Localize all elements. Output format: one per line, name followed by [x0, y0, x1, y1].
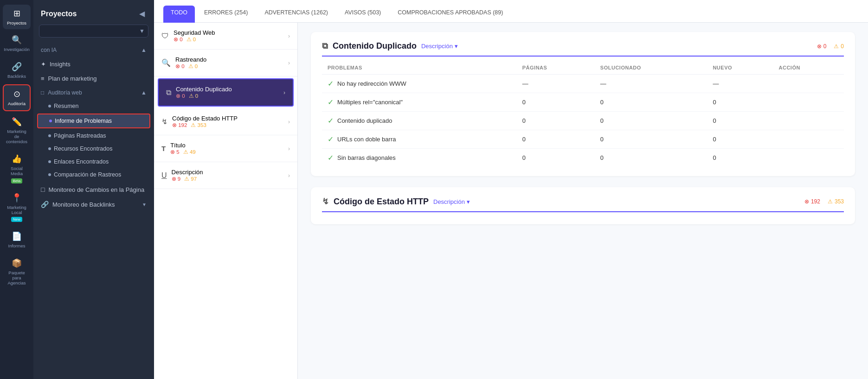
- beta-badge: Beta: [11, 178, 22, 183]
- sidebar-subitem-comparacion-rastreos[interactable]: Comparación de Rastreos: [33, 168, 154, 181]
- sidebar-item-monitoreo-cambios[interactable]: □ Monitoreo de Cambios en la Página: [33, 181, 154, 197]
- contenido-err-count: 0: [823, 43, 827, 50]
- contenido-duplicado-icon: ⧉: [166, 88, 171, 97]
- pages-value: 0: [517, 93, 595, 112]
- contenido-duplicado-table: PROBLEMAS PÁGINAS SOLUCIONADO NUEVO ACCI…: [322, 61, 844, 167]
- descripcion-errors: ⊗ 9: [172, 176, 181, 182]
- monitoreo-cambios-icon: □: [41, 186, 45, 193]
- auditoria-web-label: Auditoría web: [48, 89, 82, 96]
- detail-section-codigo-estado: ↯ Código de Estado HTTP Descripción ▾ ⊗ …: [311, 187, 855, 224]
- resumen-label: Resumen: [54, 103, 79, 109]
- auditoria-web-title: □ Auditoría web: [41, 89, 82, 96]
- marketing-local-icon: 📍: [12, 193, 22, 203]
- action-cell: [773, 130, 844, 149]
- new-value: —: [707, 75, 773, 93]
- contenido-warn-badge: ⚠ 0: [834, 43, 844, 50]
- warn-triangle-icon: ⚠: [834, 43, 839, 50]
- descripcion-title: Descripción: [172, 169, 203, 176]
- auditoria-web-collapse-icon: ▲: [141, 89, 147, 96]
- sidebar-item-plan-marketing[interactable]: ≡ Plan de marketing: [33, 71, 154, 86]
- solved-value: 0: [595, 130, 707, 149]
- descripcion-chevron: ›: [288, 172, 290, 179]
- problem-cell: ✓ Múltiples rel="canonical": [322, 93, 517, 112]
- nav-item-social-media[interactable]: 👍 Social Media Beta: [3, 150, 31, 187]
- pages-value: 0: [517, 112, 595, 130]
- sidebar-collapse-button[interactable]: ◀: [137, 7, 147, 20]
- issue-item-rastreando[interactable]: 🔍 Rastreando ⊗ 0 ⚠ 0 ›: [154, 50, 297, 76]
- tab-advertencias[interactable]: ADVERTENCIAS (1262): [257, 6, 335, 23]
- action-cell: [773, 149, 844, 167]
- action-cell: [773, 75, 844, 93]
- err-circle-icon: ⊗: [817, 43, 822, 50]
- rastreando-chevron: ›: [288, 60, 290, 66]
- problem-label: Contenido duplicado: [337, 117, 392, 124]
- tab-avisos[interactable]: AVISOS (503): [337, 6, 388, 23]
- table-row: ✓ No hay redirección WWW — — —: [322, 75, 844, 93]
- nav-item-backlinks[interactable]: 🔗 Backlinks: [3, 58, 31, 82]
- issue-list: 🛡 Seguridad Web ⊗ 0 ⚠ 0 › 🔍 Rastrean: [154, 23, 298, 379]
- col-problemas: PROBLEMAS: [322, 61, 517, 75]
- sidebar-subitem-resumen[interactable]: Resumen: [33, 100, 154, 113]
- nav-item-auditoria[interactable]: ⊙ Auditoría: [3, 84, 31, 111]
- pages-value: 0: [517, 130, 595, 149]
- con-ia-label: con IA: [41, 47, 57, 53]
- nav-item-investigacion[interactable]: 🔍 Investigación: [3, 31, 31, 56]
- detail-codigo-icon: ↯: [322, 196, 329, 207]
- issue-item-descripcion[interactable]: U Descripción ⊗ 9 ⚠ 97 ›: [154, 162, 297, 189]
- seguridad-web-chevron: ›: [288, 33, 290, 39]
- sidebar-title: Proyectos: [41, 10, 77, 18]
- rastreando-icon: 🔍: [161, 58, 171, 67]
- nav-item-informes[interactable]: 📄 Informes: [3, 227, 31, 252]
- problem-cell: ✓ Contenido duplicado: [322, 112, 517, 130]
- action-cell: [773, 93, 844, 112]
- insights-icon: ✦: [41, 61, 46, 68]
- tab-errores[interactable]: ERRORES (254): [197, 6, 255, 23]
- descripcion-icon: U: [161, 171, 167, 180]
- sidebar-item-insights[interactable]: ✦ Insights: [33, 57, 154, 71]
- titulo-warnings: ⚠ 49: [183, 149, 196, 155]
- backlinks-icon: 🔗: [12, 62, 22, 72]
- sidebar-section-auditoria-web[interactable]: □ Auditoría web ▲: [33, 86, 154, 100]
- enlaces-label: Enlaces Encontrados: [54, 158, 109, 165]
- titulo-icon: T: [161, 145, 166, 152]
- recursos-label: Recursos Encontrados: [54, 145, 112, 152]
- table-row: ✓ Sin barras diagonales 0 0 0: [322, 149, 844, 167]
- search-icon: ▼: [139, 28, 145, 34]
- tabs-bar: TODO ERRORES (254) ADVERTENCIAS (1262) A…: [154, 0, 868, 23]
- issue-item-codigo-estado-http[interactable]: ↯ Código de Estado HTTP ⊗ 192 ⚠ 353 ›: [154, 108, 297, 135]
- codigo-desc-button[interactable]: Descripción ▾: [433, 198, 470, 205]
- desc-label: Descripción: [421, 43, 453, 50]
- nav-item-marketing-contenidos[interactable]: ✏️ Marketing de contenidos: [3, 113, 31, 148]
- issue-item-seguridad-web[interactable]: 🛡 Seguridad Web ⊗ 0 ⚠ 0 ›: [154, 23, 297, 50]
- sidebar-subitem-recursos-encontrados[interactable]: Recursos Encontrados: [33, 142, 154, 155]
- detail-panel: ⧉ Contenido Duplicado Descripción ▾ ⊗ 0: [298, 23, 868, 379]
- codigo-err-circle-icon: ⊗: [804, 198, 809, 205]
- detail-codigo-title: Código de Estado HTTP: [334, 197, 429, 207]
- seguridad-web-warnings: ⚠ 0: [186, 36, 196, 43]
- sidebar-subitem-paginas-rastreadas[interactable]: Páginas Rastreadas: [33, 129, 154, 142]
- codigo-err-badge: ⊗ 192: [804, 198, 820, 205]
- nav-item-paquete-agencias[interactable]: 📦 Paquete para Agencias: [3, 254, 31, 290]
- codigo-warn-count: 353: [835, 198, 844, 205]
- problem-label: URLs con doble barra: [337, 136, 396, 143]
- sidebar-search-input[interactable]: [39, 25, 148, 38]
- titulo-title: Título: [170, 142, 196, 149]
- recursos-dot: [48, 147, 51, 150]
- sidebar-subitem-informe-problemas[interactable]: Informe de Problemas: [37, 114, 150, 128]
- tab-comprobaciones-aprobadas[interactable]: COMPROBACIONES APROBADAS (89): [390, 6, 510, 23]
- sidebar-item-monitoreo-backlinks[interactable]: 🔗 Monitoreo de Backlinks ▼: [33, 197, 154, 212]
- issue-item-contenido-duplicado[interactable]: ⧉ Contenido Duplicado ⊗ 0 ⚠ 0 ›: [158, 78, 294, 107]
- codigo-estado-title: Código de Estado HTTP: [172, 115, 238, 122]
- nav-item-marketing-local[interactable]: 📍 Marketing Local New: [3, 189, 31, 226]
- seguridad-web-title: Seguridad Web: [174, 29, 215, 36]
- contenido-desc-button[interactable]: Descripción ▾: [421, 43, 458, 50]
- sidebar-section-con-ia[interactable]: con IA ▲: [33, 43, 154, 57]
- issue-item-titulo[interactable]: T Título ⊗ 5 ⚠ 49 ›: [154, 135, 297, 162]
- codigo-warn-badge: ⚠ 353: [828, 198, 844, 205]
- codigo-estado-errors: ⊗ 192: [172, 122, 187, 128]
- nav-item-proyectos[interactable]: ⊞ Proyectos: [3, 5, 31, 29]
- sidebar-subitem-enlaces-encontrados[interactable]: Enlaces Encontrados: [33, 155, 154, 168]
- comparacion-dot: [48, 173, 51, 176]
- new-badge: New: [11, 217, 22, 222]
- tab-todo[interactable]: TODO: [163, 6, 195, 23]
